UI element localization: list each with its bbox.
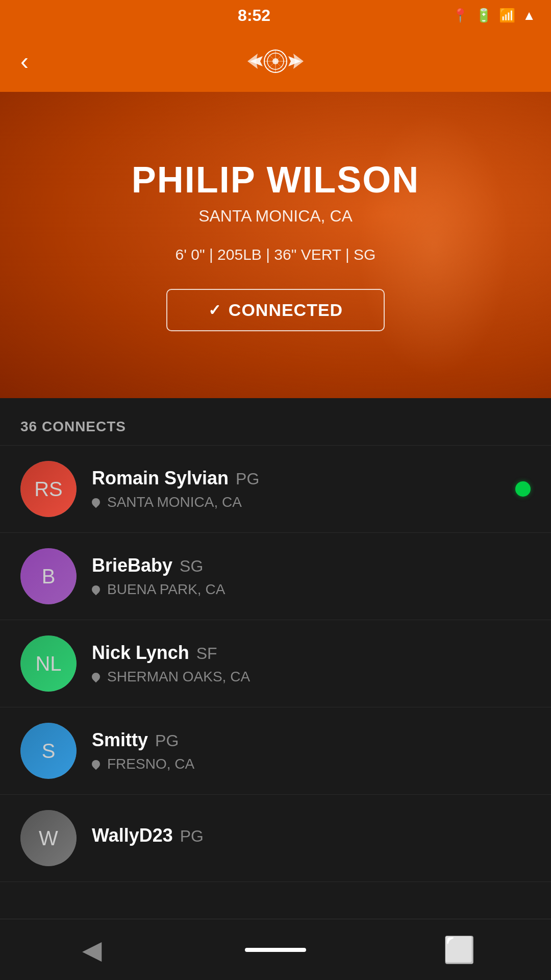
back-button[interactable]: ‹ <box>20 49 29 74</box>
contact-item[interactable]: NLNick LynchSFSHERMAN OAKS, CA <box>0 620 551 707</box>
contact-item[interactable]: SSmittyPGFRESNO, CA <box>0 707 551 795</box>
contact-info: Romain SylvianPGSANTA MONICA, CA <box>92 468 531 510</box>
avatar-image: W <box>20 810 77 866</box>
location-pin-icon <box>90 497 102 508</box>
contact-name-row: Nick LynchSF <box>92 642 531 664</box>
profile-name: PHILIP WILSON <box>132 159 420 201</box>
profile-hero: PHILIP WILSON SANTA MONICA, CA 6' 0" | 2… <box>0 92 551 398</box>
contact-info: Nick LynchSFSHERMAN OAKS, CA <box>92 642 531 685</box>
contact-position: PG <box>155 731 179 750</box>
status-icons: 📍 🔋 📶 ▲ <box>452 8 536 23</box>
contact-location-row: FRESNO, CA <box>92 756 531 772</box>
connects-count: 36 CONNECTS <box>20 419 126 434</box>
contact-name-row: WallyD23PG <box>92 825 531 846</box>
contact-name: WallyD23 <box>92 825 173 846</box>
wifi-icon: ▲ <box>522 8 536 23</box>
contact-position: SF <box>196 644 217 663</box>
contact-name: BrieBaby <box>92 555 172 576</box>
checkmark-icon: ✓ <box>208 301 221 319</box>
contact-name-row: BrieBabySG <box>92 555 531 576</box>
location-pin-icon <box>90 758 102 770</box>
location-icon: 📍 <box>452 8 468 23</box>
contact-item[interactable]: RSRomain SylvianPGSANTA MONICA, CA <box>0 446 551 533</box>
battery-icon: 🔋 <box>475 8 492 23</box>
avatar-image: RS <box>20 461 77 517</box>
contact-position: SG <box>180 557 203 576</box>
contact-position: PG <box>236 470 259 488</box>
contact-list: RSRomain SylvianPGSANTA MONICA, CABBrieB… <box>0 446 551 882</box>
contact-item[interactable]: BBrieBabySGBUENA PARK, CA <box>0 533 551 620</box>
contact-item[interactable]: WWallyD23PG <box>0 795 551 882</box>
location-pin-icon <box>90 584 102 596</box>
nav-home-button[interactable] <box>245 929 306 970</box>
status-bar: 8:52 📍 🔋 📶 ▲ <box>0 0 551 31</box>
logo-container <box>245 41 306 82</box>
contact-info: BrieBabySGBUENA PARK, CA <box>92 555 531 598</box>
connected-label: CONNECTED <box>229 300 343 320</box>
contact-name: Romain Sylvian <box>92 468 229 489</box>
contact-info: SmittyPGFRESNO, CA <box>92 729 531 772</box>
signal-icon: 📶 <box>499 8 515 23</box>
contact-info: WallyD23PG <box>92 825 531 851</box>
location-pin-icon <box>90 671 102 683</box>
nav-back-icon: ◀ <box>82 935 102 965</box>
contact-name: Smitty <box>92 729 148 751</box>
status-time: 8:52 <box>238 6 270 25</box>
contact-position: PG <box>180 827 204 846</box>
contact-location-row: SHERMAN OAKS, CA <box>92 669 531 685</box>
contact-name: Nick Lynch <box>92 642 189 664</box>
online-indicator <box>515 481 531 497</box>
nav-recents-icon: ⬜ <box>443 935 475 965</box>
profile-location: SANTA MONICA, CA <box>198 207 353 226</box>
avatar-image: B <box>20 548 77 604</box>
nav-recents-button[interactable]: ⬜ <box>429 929 490 970</box>
contact-city: SHERMAN OAKS, CA <box>107 669 250 685</box>
contact-city: FRESNO, CA <box>107 756 194 772</box>
avatar-image: S <box>20 723 77 779</box>
avatar: NL <box>20 635 77 692</box>
avatar: W <box>20 810 77 866</box>
avatar: B <box>20 548 77 604</box>
connects-header: 36 CONNECTS <box>0 398 551 446</box>
app-logo <box>245 41 306 82</box>
contact-location-row: BUENA PARK, CA <box>92 581 531 598</box>
bottom-nav: ◀ ⬜ <box>0 919 551 980</box>
contact-city: BUENA PARK, CA <box>107 581 225 598</box>
avatar-image: NL <box>20 635 77 692</box>
avatar: RS <box>20 461 77 517</box>
connected-button[interactable]: ✓ CONNECTED <box>166 289 385 331</box>
contact-name-row: SmittyPG <box>92 729 531 751</box>
svg-point-6 <box>272 58 279 64</box>
nav-home-bar <box>245 948 306 952</box>
header: ‹ <box>0 31 551 92</box>
contact-location-row: SANTA MONICA, CA <box>92 494 531 510</box>
nav-back-button[interactable]: ◀ <box>61 929 122 970</box>
contact-name-row: Romain SylvianPG <box>92 468 531 489</box>
profile-stats: 6' 0" | 205LB | 36" VERT | SG <box>176 246 376 263</box>
contact-city: SANTA MONICA, CA <box>107 494 242 510</box>
avatar: S <box>20 723 77 779</box>
